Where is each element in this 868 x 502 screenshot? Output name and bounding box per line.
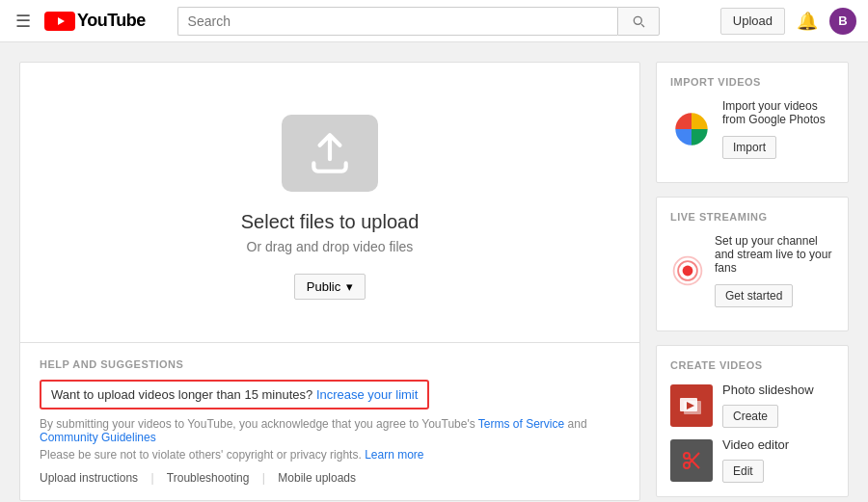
privacy-text: Please be sure not to violate others' co… xyxy=(40,448,362,462)
live-streaming-row: Set up your channel and stream live to y… xyxy=(670,234,834,307)
search-button[interactable] xyxy=(617,7,660,36)
link-separator-2: | xyxy=(258,471,268,485)
live-stream-icon xyxy=(670,251,705,290)
slideshow-label: Photo slideshow xyxy=(722,383,814,397)
search-icon xyxy=(631,13,646,29)
help-links: Upload instructions | Troubleshooting | … xyxy=(40,471,620,485)
edit-video-button[interactable]: Edit xyxy=(722,460,764,483)
yt-logo-text: YouTube xyxy=(77,11,146,31)
video-editor-row: Video editor Edit xyxy=(670,437,834,483)
create-videos-card: CREATE VIDEOS Photo slideshow Create xyxy=(656,345,849,497)
upload-limit-notice: Want to upload videos longer than 15 min… xyxy=(40,380,429,410)
video-editor-icon-wrap xyxy=(670,439,713,482)
svg-marker-0 xyxy=(58,17,65,25)
troubleshooting-link[interactable]: Troubleshooting xyxy=(157,471,259,485)
photo-slideshow-icon xyxy=(678,392,705,419)
page-layout: Select files to upload Or drag and drop … xyxy=(0,42,868,502)
svg-point-8 xyxy=(684,462,690,468)
menu-icon[interactable]: ☰ xyxy=(12,7,35,36)
yt-play-icon xyxy=(50,14,69,28)
slideshow-icon-box xyxy=(670,384,713,427)
import-button[interactable]: Import xyxy=(722,136,776,159)
tos-line: By submitting your videos to YouTube, yo… xyxy=(40,417,620,444)
upload-subtitle: Or drag and drop video files xyxy=(247,239,414,254)
search-area xyxy=(177,7,660,36)
increase-limit-link[interactable]: Increase your limit xyxy=(316,387,418,402)
slideshow-info: Photo slideshow Create xyxy=(722,383,814,428)
youtube-logo[interactable]: YouTube xyxy=(44,11,146,31)
help-section-title: HELP AND SUGGESTIONS xyxy=(40,358,620,370)
live-streaming-desc: Set up your channel and stream live to y… xyxy=(715,234,834,307)
upload-header-button[interactable]: Upload xyxy=(720,8,785,35)
svg-point-7 xyxy=(684,453,690,459)
create-videos-title: CREATE VIDEOS xyxy=(670,359,834,371)
privacy-arrow-icon: ▾ xyxy=(346,279,353,294)
tos-prefix: By submitting your videos to YouTube, yo… xyxy=(40,417,475,431)
import-videos-title: IMPORT VIDEOS xyxy=(670,76,834,88)
svg-point-1 xyxy=(683,266,693,277)
main-content: Select files to upload Or drag and drop … xyxy=(19,62,640,501)
slideshow-row: Photo slideshow Create xyxy=(670,383,834,428)
upload-icon-wrap xyxy=(282,115,378,192)
privacy-dropdown-button[interactable]: Public ▾ xyxy=(294,274,366,300)
import-videos-card: IMPORT VIDEOS Import your videos from Go… xyxy=(656,62,849,183)
upload-title: Select files to upload xyxy=(241,211,420,233)
video-editor-icon-box xyxy=(670,439,713,482)
livestream-icon-wrap xyxy=(670,253,705,288)
import-videos-desc-text: Import your videos from Google Photos xyxy=(722,99,834,126)
create-slideshow-button[interactable]: Create xyxy=(722,405,778,428)
import-videos-desc: Import your videos from Google Photos Im… xyxy=(722,99,834,159)
link-separator-1: | xyxy=(148,471,157,485)
header-left: ☰ YouTube xyxy=(12,7,147,36)
upload-area[interactable]: Select files to upload Or drag and drop … xyxy=(20,63,639,342)
video-editor-icon xyxy=(678,447,705,474)
help-section: HELP AND SUGGESTIONS Want to upload vide… xyxy=(20,342,639,500)
upload-arrow-icon xyxy=(306,129,354,177)
get-started-button[interactable]: Get started xyxy=(715,284,793,307)
header-right: Upload 🔔 B xyxy=(720,8,856,35)
slideshow-icon-wrap xyxy=(670,384,713,427)
search-input[interactable] xyxy=(177,7,617,36)
learn-more-link[interactable]: Learn more xyxy=(365,448,423,462)
live-streaming-card: LIVE STREAMING Set up your channel and s… xyxy=(656,197,849,331)
live-streaming-title: LIVE STREAMING xyxy=(670,211,834,223)
yt-logo-box xyxy=(44,12,75,31)
google-photos-icon xyxy=(672,110,711,148)
terms-link[interactable]: Terms of Service xyxy=(478,417,564,431)
tos-and: and xyxy=(568,417,587,431)
sidebar: IMPORT VIDEOS Import your videos from Go… xyxy=(656,62,849,501)
bell-icon[interactable]: 🔔 xyxy=(797,11,818,32)
google-photos-icon-wrap xyxy=(670,108,713,150)
avatar[interactable]: B xyxy=(829,8,856,35)
upload-instructions-link[interactable]: Upload instructions xyxy=(40,471,148,485)
video-editor-label: Video editor xyxy=(722,437,789,452)
privacy-label: Public xyxy=(307,279,340,294)
mobile-uploads-link[interactable]: Mobile uploads xyxy=(268,471,366,485)
community-guidelines-link[interactable]: Community Guidelines xyxy=(40,431,156,444)
privacy-line: Please be sure not to violate others' co… xyxy=(40,448,620,462)
video-editor-info: Video editor Edit xyxy=(722,437,789,483)
svg-rect-5 xyxy=(684,401,701,414)
live-streaming-desc-text: Set up your channel and stream live to y… xyxy=(715,234,834,275)
upload-limit-text: Want to upload videos longer than 15 min… xyxy=(51,387,312,402)
import-videos-row: Import your videos from Google Photos Im… xyxy=(670,99,834,159)
header: ☰ YouTube Upload 🔔 B xyxy=(0,0,868,42)
